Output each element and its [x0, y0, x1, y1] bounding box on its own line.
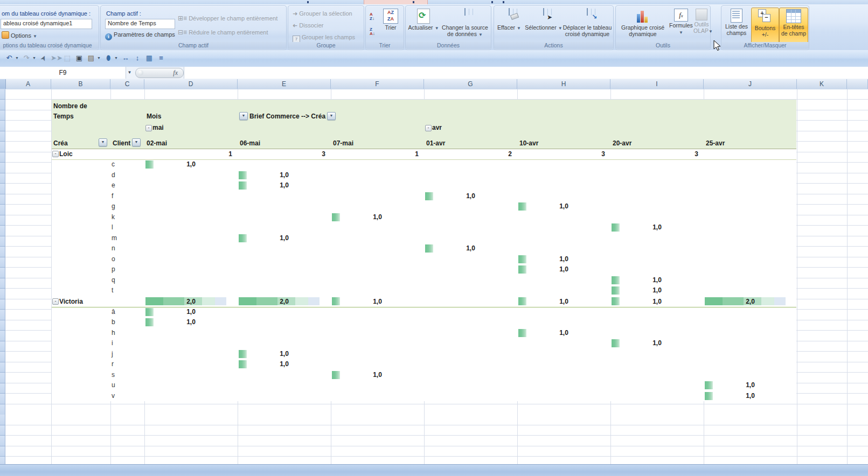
collapse-group-Victoria[interactable]: -	[52, 298, 59, 305]
group-label-sort[interactable]: Trier	[366, 42, 404, 49]
collapse-group-Loic[interactable]: -	[52, 151, 59, 157]
column-header-G[interactable]: G	[424, 79, 517, 89]
client-bar-v	[705, 392, 713, 400]
insert-function-button[interactable]: fx	[135, 68, 184, 78]
client-row-label-v[interactable]: v	[112, 392, 115, 400]
client-row-label-â[interactable]: â	[112, 308, 115, 316]
group-label-tools[interactable]: Outils	[616, 42, 710, 49]
client-row-label-i[interactable]: i	[112, 339, 113, 347]
group-total-Loic-2: 1	[415, 150, 419, 158]
pivot-table[interactable]: Nombre deTempsMois▼Brief Commerce --> Cr…	[52, 100, 796, 401]
client-row-label-n[interactable]: n	[112, 244, 115, 252]
collapse-month-mai[interactable]: -	[145, 125, 152, 131]
name-box-dropdown-icon[interactable]: ▼	[126, 67, 134, 79]
client-row-label-l[interactable]: l	[112, 223, 113, 231]
qat-form-icon[interactable]: ▦	[144, 53, 154, 63]
qat-paste-icon[interactable]: ▤	[86, 53, 96, 63]
qat-more-icon[interactable]: ≡	[156, 53, 166, 63]
group-selection-button[interactable]: ➜ Grouper la sélection	[293, 10, 352, 17]
qat-multi-pointer-icon[interactable]: ➤➤	[51, 53, 60, 63]
qat-fit-width-icon[interactable]: ↔	[121, 53, 130, 63]
qat-shapes-icon[interactable]: ⬮	[103, 53, 113, 63]
client-row-label-u[interactable]: u	[112, 381, 115, 389]
formula-input[interactable]	[184, 67, 868, 79]
select-button[interactable]: ➤ Sélectionner ▼	[524, 8, 563, 43]
group-label-data[interactable]: Données	[406, 42, 491, 49]
client-row-label-j[interactable]: j	[112, 350, 113, 358]
column-header-D[interactable]: D	[144, 79, 238, 89]
refresh-button[interactable]: ⟳ Actualiser ▼	[407, 8, 440, 43]
column-header-B[interactable]: B	[51, 79, 110, 89]
client-row-label-p[interactable]: p	[112, 265, 115, 273]
sort-az-button[interactable]: AZ↓	[370, 12, 374, 21]
formulas-button[interactable]: fx Formules ▼	[669, 8, 693, 43]
column-header-A[interactable]: A	[5, 79, 51, 89]
field-list-button[interactable]: Liste des champs	[723, 8, 751, 43]
olap-tools-button[interactable]: Outils OLAP▼	[693, 8, 710, 43]
collapse-field-button[interactable]: ⊟≡ Réduire le champ entièrement	[178, 29, 268, 36]
client-row-label-c[interactable]: c	[112, 160, 115, 168]
sort-button[interactable]: AZZA Trier	[379, 8, 402, 43]
qat-fit-height-icon[interactable]: ↕	[133, 53, 142, 63]
column-header-K[interactable]: K	[797, 79, 847, 89]
column-header-H[interactable]: H	[517, 79, 610, 89]
filter-dropdown-right[interactable]: ▼	[327, 112, 336, 120]
qat-undo-dropdown-icon[interactable]: ▼	[15, 56, 19, 60]
client-row-label-t[interactable]: t	[112, 286, 113, 294]
qat-redo-icon[interactable]: ↷	[22, 53, 31, 63]
pivot-options-button[interactable]: Options ▼	[2, 31, 37, 39]
group-label-pivot-name[interactable]: ptions du tableau croisé dynamique	[0, 42, 99, 49]
pivot-name-input[interactable]: ableau croisé dynamique1	[1, 19, 92, 29]
column-header-E[interactable]: E	[238, 79, 331, 89]
client-row-label-k[interactable]: k	[112, 213, 115, 221]
column-header-F[interactable]: F	[331, 79, 424, 89]
group-label-show-hide[interactable]: Afficher/Masquer	[721, 42, 809, 49]
client-row-label-h[interactable]: h	[112, 329, 115, 337]
name-box[interactable]: F9	[0, 67, 126, 79]
client-row-label-f[interactable]: f	[112, 192, 113, 200]
client-row-label-g[interactable]: g	[112, 202, 115, 210]
qat-pointer-icon[interactable]: ➤	[37, 52, 50, 65]
ungroup-button[interactable]: ➜ Dissocier	[293, 22, 324, 29]
group-row-label-Victoria[interactable]: Victoria	[59, 298, 83, 305]
sort-za-button[interactable]: ZA↓	[370, 27, 375, 36]
column-header-I[interactable]: I	[610, 79, 704, 89]
collapse-month-avr[interactable]: -	[425, 125, 432, 131]
expand-field-button[interactable]: ⊞≡ Développer le champ entièrement	[178, 15, 277, 22]
group-label-actions[interactable]: Actions	[494, 42, 613, 49]
qat-marquee-icon[interactable]: ⬚	[63, 53, 72, 63]
filter-dropdown-left[interactable]: ▼	[239, 112, 248, 120]
client-row-label-b[interactable]: b	[112, 318, 115, 326]
group-label-group[interactable]: Groupe	[288, 42, 364, 49]
qat-camera-icon[interactable]: ▣	[74, 53, 84, 63]
column-header-J[interactable]: J	[704, 79, 797, 89]
plus-minus-buttons-toggle[interactable]: + − Boutons +/-	[751, 8, 779, 44]
client-row-label-s[interactable]: s	[112, 371, 115, 379]
qat-shapes-dropdown-icon[interactable]: ▼	[114, 56, 118, 60]
client-row-label-r[interactable]: r	[112, 360, 114, 368]
group-label-active-field[interactable]: Champ actif	[101, 42, 286, 49]
client-dropdown[interactable]: ▼	[132, 138, 141, 146]
sheet-grid[interactable]: Nombre deTempsMois▼Brief Commerce --> Cr…	[0, 89, 868, 464]
pivot-chart-button[interactable]: Graphique croisé dynamique	[617, 8, 669, 43]
client-row-label-o[interactable]: o	[112, 255, 115, 263]
crea-dropdown[interactable]: ▼	[99, 138, 107, 146]
column-header-C[interactable]: C	[110, 79, 144, 89]
move-pivottable-button[interactable]: ↘ Déplacer le tableau croisé dynamique	[562, 8, 613, 43]
field-headers-toggle[interactable]: En-têtes de champ	[779, 8, 808, 44]
qat-paste-dropdown-icon[interactable]: ▼	[97, 56, 101, 60]
client-row-label-q[interactable]: q	[112, 276, 115, 284]
clear-button[interactable]: Effacer ▼	[495, 8, 523, 43]
change-data-source-button[interactable]: Changer la source de données ▼	[440, 8, 490, 43]
qat-undo-icon[interactable]: ↶	[4, 53, 14, 63]
active-field-input[interactable]: Nombre de Temps	[105, 19, 175, 29]
client-row-label-e[interactable]: e	[112, 181, 115, 189]
group-row-label-Loic[interactable]: Loic	[59, 150, 73, 158]
tab-options-active[interactable]	[364, 0, 428, 4]
qat-redo-dropdown-icon[interactable]: ▼	[32, 56, 36, 60]
client-row-label-m[interactable]: m	[112, 234, 117, 242]
client-value-p: 1,0	[559, 265, 568, 273]
column-header-partial[interactable]	[847, 79, 868, 89]
field-settings-button[interactable]: i Paramètres de champs	[105, 31, 175, 40]
client-row-label-d[interactable]: d	[112, 171, 115, 179]
